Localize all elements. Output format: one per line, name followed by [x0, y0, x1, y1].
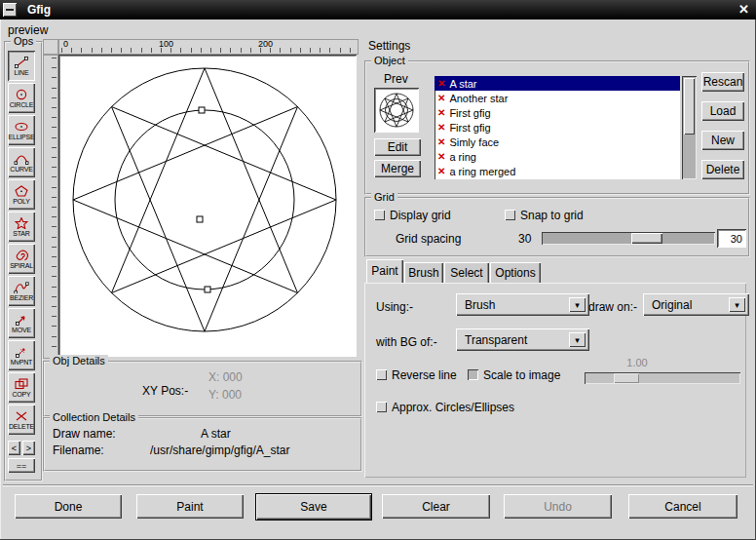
poly-icon [14, 185, 29, 197]
delete-object-icon: ✕ [437, 123, 445, 133]
ruler-mark-100: 100 [159, 40, 173, 49]
tool-move-button[interactable]: MOVE [8, 308, 35, 338]
save-button[interactable]: Save [255, 493, 372, 521]
draw-name-value: A star [201, 427, 231, 441]
display-grid-checkbox[interactable] [374, 210, 385, 220]
tool-ellipse-button[interactable]: ELLIPSE [8, 115, 35, 145]
scale-to-image-label: Scale to image [483, 368, 560, 382]
tool-copy-button[interactable]: COPY [8, 372, 35, 403]
new-button[interactable]: New [701, 131, 744, 150]
delete-button[interactable]: Delete [701, 160, 744, 179]
delete-object-icon: ✕ [437, 79, 445, 89]
curve-icon [14, 153, 29, 165]
star-icon [14, 217, 29, 229]
tool-bezier-button[interactable]: BEZIER [8, 276, 35, 306]
tab-select[interactable]: Select [444, 262, 489, 283]
delete-shape-icon [14, 410, 29, 422]
next-object-button[interactable]: > [22, 441, 35, 455]
window-menu-button[interactable] [3, 3, 17, 17]
show-all-button[interactable]: == [8, 458, 35, 473]
chevron-down-icon: ▾ [569, 297, 586, 312]
with-bg-label: with BG of:- [376, 335, 437, 349]
slider-thumb[interactable] [614, 373, 639, 383]
list-item[interactable]: ✕First gfig [435, 105, 680, 120]
ruler-corner [43, 39, 58, 55]
ruler-ticks [61, 48, 358, 53]
footer-separator [3, 484, 753, 486]
tool-curve-button[interactable]: CURVE [8, 147, 35, 177]
approx-circles-checkbox[interactable] [376, 402, 387, 412]
undo-button[interactable]: Undo [504, 494, 612, 519]
paint-button[interactable]: Paint [136, 494, 244, 519]
tab-options[interactable]: Options [490, 262, 541, 283]
list-item[interactable]: ✕a ring [435, 149, 680, 164]
object-list-scrollbar[interactable] [682, 76, 697, 179]
snap-to-grid-label: Snap to grid [520, 209, 584, 222]
control-handle [199, 107, 205, 113]
merge-button[interactable]: Merge [374, 160, 421, 177]
reverse-line-label: Reverse line [392, 368, 457, 382]
tool-star-button[interactable]: STAR [8, 212, 35, 242]
x-position-value: X: 000 [208, 370, 243, 384]
draw-on-dropdown[interactable]: Original ▾ [643, 293, 749, 316]
vertical-ruler [43, 55, 58, 359]
grid-frame-label: Grid [371, 191, 397, 203]
grid-spacing-slider[interactable] [542, 232, 715, 245]
settings-label: Settings [368, 39, 410, 53]
grid-spacing-value: 30 [518, 232, 531, 246]
edit-button[interactable]: Edit [374, 138, 421, 156]
tool-mvpnt-button[interactable]: MvPNT [8, 340, 35, 370]
line-icon [14, 57, 29, 68]
filename-value: /usr/share/gimp/gfig/A_star [150, 444, 289, 457]
load-button[interactable]: Load [701, 101, 744, 121]
tool-spiral-button[interactable]: SPIRAL [8, 244, 35, 274]
preview-canvas[interactable] [58, 55, 357, 357]
delete-object-icon: ✕ [437, 137, 445, 147]
list-item[interactable]: ✕A star [435, 76, 680, 91]
tool-poly-button[interactable]: POLY [8, 179, 35, 210]
list-item[interactable]: ✕Simly face [435, 135, 680, 149]
ops-frame-label: Ops [11, 35, 36, 47]
control-handle [205, 287, 210, 292]
scrollbar-thumb[interactable] [684, 78, 695, 135]
list-item[interactable]: ✕a ring merged [435, 164, 680, 178]
paint-tab-panel: Using:- Brush ▾ draw on:- Original ▾ wit… [364, 283, 746, 478]
xy-pos-label: XY Pos:- [142, 384, 188, 398]
list-item[interactable]: ✕First gfig [435, 120, 680, 135]
grid-spacing-label: Grid spacing [396, 232, 461, 246]
gfig-window: Gfig ✕ preview Ops LINE CIRCLE ELLIPSE C… [0, 0, 756, 540]
delete-object-icon: ✕ [437, 108, 445, 118]
tab-brush[interactable]: Brush [404, 262, 443, 283]
window-menu-icon [6, 9, 14, 11]
scale-to-image-checkbox[interactable] [468, 369, 478, 380]
canvas-drawing [58, 55, 357, 357]
brush-type-dropdown[interactable]: Brush ▾ [456, 293, 589, 316]
scale-slider[interactable] [585, 372, 740, 384]
reverse-line-checkbox[interactable] [376, 369, 387, 380]
horizontal-ruler: 0 100 200 [58, 39, 359, 55]
close-button[interactable]: ✕ [738, 2, 749, 17]
list-item[interactable]: ✕Another star [435, 91, 680, 105]
slider-thumb[interactable] [631, 233, 662, 244]
ruler-mark-0: 0 [63, 40, 68, 49]
bg-type-dropdown[interactable]: Transparent ▾ [456, 328, 589, 351]
draw-name-label: Draw name: [53, 427, 116, 441]
y-position-value: Y: 000 [208, 388, 242, 402]
collection-details-frame: Collection Details Draw name: A star Fil… [43, 417, 362, 472]
cancel-button[interactable]: Cancel [628, 494, 737, 519]
circle-icon [14, 89, 29, 100]
rescan-button[interactable]: Rescan [701, 72, 744, 92]
tool-line-button[interactable]: LINE [8, 51, 35, 81]
snap-to-grid-checkbox[interactable] [505, 210, 515, 220]
bezier-icon [14, 282, 29, 293]
clear-button[interactable]: Clear [382, 494, 490, 519]
titlebar: Gfig ✕ [0, 0, 756, 19]
tool-delete-button[interactable]: DELETE [8, 405, 35, 435]
prev-object-button[interactable]: < [8, 441, 20, 455]
tool-circle-button[interactable]: CIRCLE [8, 83, 35, 113]
grid-spacing-entry[interactable]: 30 [717, 229, 746, 248]
done-button[interactable]: Done [15, 494, 122, 519]
object-frame: Object Prev Edit Merge ✕A star ✕Another … [364, 60, 750, 195]
object-preview-thumbnail [374, 88, 419, 133]
tab-paint[interactable]: Paint [366, 259, 403, 283]
